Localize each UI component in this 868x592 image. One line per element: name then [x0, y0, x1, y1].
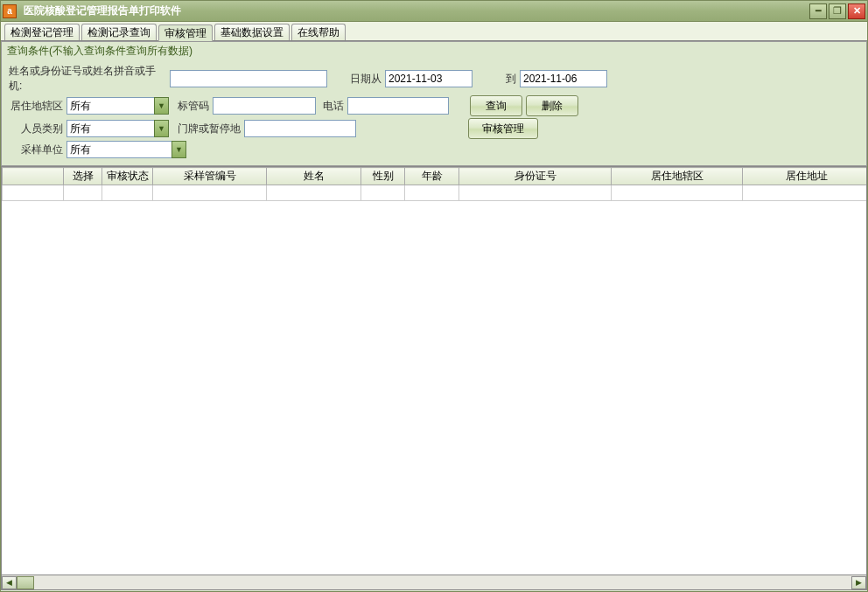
window-title: 医院核酸登记管理报告单打印软件 — [24, 3, 808, 18]
grid-col-header[interactable]: 居住地辖区 — [612, 168, 743, 185]
scroll-left-icon[interactable]: ◀ — [2, 576, 17, 589]
scroll-right-icon[interactable]: ▶ — [851, 576, 866, 589]
horizontal-scrollbar[interactable]: ◀ ▶ — [1, 575, 867, 590]
table-cell[interactable] — [153, 185, 267, 201]
person-type-input[interactable] — [66, 120, 154, 137]
tab-audit[interactable]: 审核管理 — [158, 24, 213, 41]
tab-records[interactable]: 检测记录查询 — [81, 24, 157, 40]
unit-combo[interactable]: ▼ — [66, 141, 186, 158]
region-combo[interactable]: ▼ — [66, 97, 169, 115]
table-cell[interactable] — [3, 185, 64, 201]
unit-label: 采样单位 — [9, 143, 63, 157]
table-cell[interactable] — [612, 185, 743, 201]
date-to-label: 到 — [506, 72, 516, 87]
phone-label: 电话 — [323, 99, 344, 114]
name-label: 姓名或身份证号或姓名拼音或手机: — [9, 64, 166, 94]
grid-col-header[interactable]: 性别 — [361, 168, 405, 185]
table-cell[interactable] — [102, 185, 153, 201]
grid-col-header[interactable]: 选择 — [64, 168, 102, 185]
table-cell[interactable] — [267, 185, 361, 201]
audit-manage-button[interactable]: 审核管理 — [468, 118, 538, 139]
region-input[interactable] — [66, 97, 154, 115]
tube-label: 标管码 — [178, 99, 209, 114]
grid-col-header[interactable]: 姓名 — [267, 168, 361, 185]
data-grid: 选择审核状态采样管编号姓名性别年龄身份证号居住地辖区居住地址 — [1, 166, 867, 575]
grid-col-header[interactable]: 身份证号 — [459, 168, 612, 185]
filter-title: 查询条件(不输入查询条件查询所有数据) — [2, 42, 866, 60]
scroll-track[interactable] — [17, 576, 851, 589]
table-cell[interactable] — [405, 185, 459, 201]
date-to-input[interactable] — [520, 70, 607, 87]
doorplate-label: 门牌或暂停地 — [178, 122, 241, 136]
grid-header-row: 选择审核状态采样管编号姓名性别年龄身份证号居住地辖区居住地址 — [3, 168, 868, 185]
grid-col-header[interactable]: 居住地址 — [743, 168, 868, 185]
person-type-label: 人员类别 — [9, 122, 63, 136]
delete-button[interactable]: 删除 — [526, 95, 578, 116]
tube-input[interactable] — [213, 97, 316, 115]
table-cell[interactable] — [459, 185, 612, 201]
titlebar: a 医院核酸登记管理报告单打印软件 ━ ❐ ✕ — [1, 1, 867, 22]
unit-input[interactable] — [66, 141, 172, 158]
date-from-input[interactable] — [385, 70, 472, 87]
table-cell[interactable] — [743, 185, 868, 201]
date-from-label: 日期从 — [350, 72, 382, 87]
table-cell[interactable] — [361, 185, 405, 201]
phone-input[interactable] — [347, 97, 449, 115]
table-row[interactable] — [3, 185, 868, 201]
filter-panel: 查询条件(不输入查询条件查询所有数据) 姓名或身份证号或姓名拼音或手机: 日期从… — [1, 41, 867, 166]
person-type-combo[interactable]: ▼ — [66, 120, 169, 137]
scroll-thumb[interactable] — [17, 576, 34, 589]
tab-registration[interactable]: 检测登记管理 — [4, 24, 80, 40]
grid-col-header[interactable]: 采样管编号 — [153, 168, 267, 185]
doorplate-input[interactable] — [244, 120, 356, 137]
unit-dropdown-icon[interactable]: ▼ — [172, 141, 186, 158]
query-button[interactable]: 查询 — [470, 95, 522, 116]
grid-col-header[interactable] — [3, 168, 64, 185]
tab-bar: 检测登记管理 检测记录查询 审核管理 基础数据设置 在线帮助 — [1, 22, 867, 41]
region-dropdown-icon[interactable]: ▼ — [154, 97, 169, 115]
grid-col-header[interactable]: 年龄 — [405, 168, 459, 185]
tab-help[interactable]: 在线帮助 — [291, 24, 346, 40]
region-label: 居住地辖区 — [9, 99, 63, 114]
app-icon: a — [3, 4, 17, 18]
minimize-button[interactable]: ━ — [809, 3, 827, 19]
grid-col-header[interactable]: 审核状态 — [102, 168, 153, 185]
name-input[interactable] — [170, 70, 327, 87]
person-type-dropdown-icon[interactable]: ▼ — [154, 120, 169, 137]
maximize-button[interactable]: ❐ — [829, 3, 846, 19]
table-cell[interactable] — [64, 185, 102, 201]
tab-basedata[interactable]: 基础数据设置 — [214, 24, 290, 40]
close-button[interactable]: ✕ — [848, 3, 865, 19]
